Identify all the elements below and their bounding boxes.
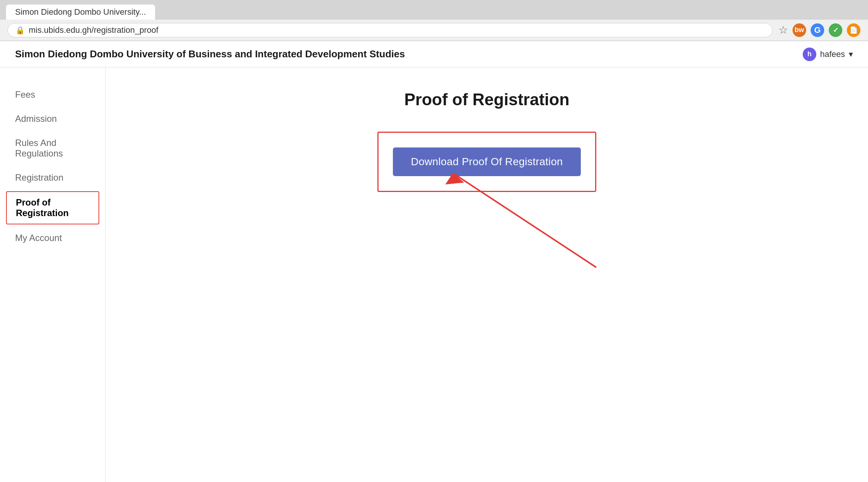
lock-icon: 🔒 <box>15 26 25 35</box>
page-title: Proof of Registration <box>121 90 853 109</box>
extension-google-icon[interactable]: G <box>811 23 824 37</box>
app-title: Simon Diedong Dombo University of Busine… <box>15 48 405 60</box>
browser-tab[interactable]: Simon Diedong Dombo University... <box>6 5 155 20</box>
app-header: Simon Diedong Dombo University of Busine… <box>0 41 868 68</box>
user-avatar: h <box>803 48 816 61</box>
main-content: Proof of Registration Download Proof Of … <box>106 68 868 482</box>
sidebar-item-admission[interactable]: Admission <box>0 107 105 131</box>
extension-check-icon[interactable]: ✓ <box>829 23 842 37</box>
browser-address-bar: 🔒 mis.ubids.edu.gh/registration_proof ☆ … <box>0 20 868 41</box>
extension-bw-icon[interactable]: bw <box>793 23 806 37</box>
user-initial: h <box>807 50 811 58</box>
sidebar-item-proof-of-registration[interactable]: Proof of Registration <box>6 191 99 224</box>
sidebar-item-rules-and-regulations[interactable]: Rules And Regulations <box>0 131 105 166</box>
user-menu[interactable]: h hafees ▾ <box>803 48 853 61</box>
sidebar: Fees Admission Rules And Regulations Reg… <box>0 68 106 482</box>
download-proof-button[interactable]: Download Proof Of Registration <box>393 147 581 176</box>
extension-doc-icon[interactable]: 📄 <box>847 23 860 37</box>
download-box: Download Proof Of Registration <box>377 132 596 192</box>
bookmark-icon[interactable]: ☆ <box>779 24 788 36</box>
browser-tab-bar: Simon Diedong Dombo University... <box>0 0 868 20</box>
dropdown-icon: ▾ <box>849 49 853 59</box>
browser-chrome: Simon Diedong Dombo University... 🔒 mis.… <box>0 0 868 41</box>
sidebar-item-my-account[interactable]: My Account <box>0 226 105 250</box>
url-text: mis.ubids.edu.gh/registration_proof <box>29 25 159 35</box>
username: hafees <box>820 49 845 59</box>
sidebar-item-fees[interactable]: Fees <box>0 83 105 107</box>
tab-label: Simon Diedong Dombo University... <box>15 7 146 17</box>
sidebar-item-registration[interactable]: Registration <box>0 166 105 190</box>
browser-actions: ☆ bw G ✓ 📄 <box>779 23 860 37</box>
address-input[interactable]: 🔒 mis.ubids.edu.gh/registration_proof <box>8 23 773 37</box>
app-body: Fees Admission Rules And Regulations Reg… <box>0 68 868 482</box>
